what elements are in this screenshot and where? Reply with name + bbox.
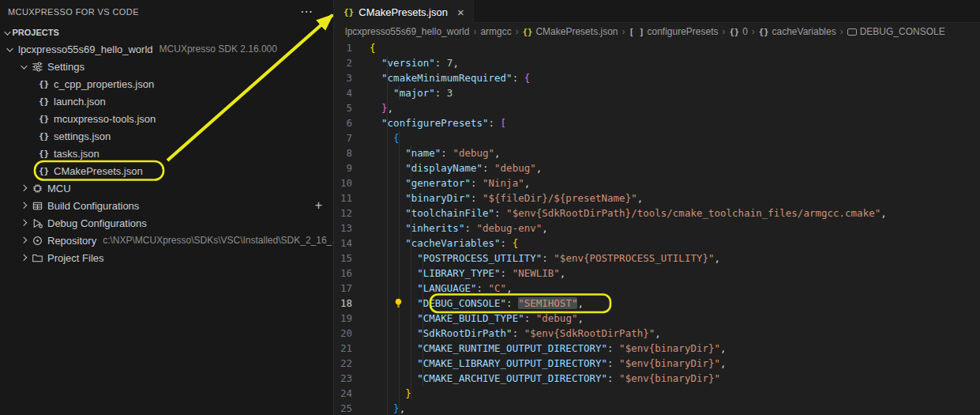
code-line-9[interactable]: 9 "displayName": "debug", xyxy=(335,160,980,175)
code-line-5[interactable]: 5 }, xyxy=(335,100,980,115)
code-line-24[interactable]: 24 } xyxy=(335,386,980,401)
tree-item-lpcxpresso55s69-hello-world[interactable]: lpcxpresso55s69_hello_worldMCUXpresso SD… xyxy=(0,40,333,58)
line-number: 24 xyxy=(335,386,370,401)
breadcrumb-cmakepresets-json[interactable]: {}CMakePresets.json xyxy=(523,26,618,37)
code-line-6[interactable]: 6 "configurePresets": [ xyxy=(335,115,980,130)
code-token: "C" xyxy=(489,282,507,294)
code-line-12[interactable]: 12 "toolchainFile": "$env{SdkRootDirPath… xyxy=(335,206,980,221)
indent-guide xyxy=(387,326,388,341)
tree-item-label: MCU xyxy=(47,183,71,194)
code-token: : xyxy=(607,372,619,384)
tab-label: CMakePresets.json xyxy=(359,6,448,18)
indent-guide xyxy=(411,145,411,160)
symbol-string xyxy=(847,28,857,36)
indent-guide xyxy=(422,326,423,341)
indent-guide xyxy=(399,130,400,145)
indent-guide xyxy=(387,266,388,281)
code-token: : xyxy=(501,237,513,249)
code-line-7[interactable]: 7 { xyxy=(335,130,980,145)
indent-guide xyxy=(399,311,400,326)
code-line-23[interactable]: 23 "CMAKE_ARCHIVE_OUTPUT_DIRECTORY": "$e… xyxy=(335,371,980,386)
breadcrumb-armgcc[interactable]: armgcc xyxy=(480,26,511,37)
code-token: "$env{binaryDir}" xyxy=(619,372,720,384)
indent-guide xyxy=(387,296,388,311)
code-line-18[interactable]: 18 "DEBUG_CONSOLE": "SEMIHOST", xyxy=(335,296,980,311)
code-line-10[interactable]: 10 "generator": "Ninja", xyxy=(335,175,980,191)
code-token: "$env{binaryDir}" xyxy=(619,357,720,369)
code-token: : xyxy=(494,207,506,219)
tab-cmakepresets-json[interactable]: {} CMakePresets.json × xyxy=(335,0,474,24)
line-number: 19 xyxy=(335,311,370,326)
tree-item-repository[interactable]: Repositoryc:\NXP\MCUXpresso\SDKs\VSC\Ins… xyxy=(0,232,333,249)
code-line-19[interactable]: 19 "CMAKE_BUILD_TYPE": "debug", xyxy=(335,311,980,326)
breadcrumb-cachevariables[interactable]: {}cacheVariables xyxy=(759,26,836,37)
code-token: { xyxy=(524,72,531,84)
indent-guide xyxy=(411,206,411,221)
code-token: , xyxy=(536,162,543,174)
tree-item-label: CMakePresets.json xyxy=(54,165,143,177)
code-token: "${fileDir}/${presetName}" xyxy=(482,192,637,204)
code-token: { xyxy=(513,237,519,249)
breadcrumb-label: configurePresets xyxy=(647,26,718,37)
tree-item-settings[interactable]: Settings xyxy=(0,58,333,75)
tree-item-c-cpp-properties-json[interactable]: {}c_cpp_properties.json xyxy=(0,75,333,92)
indent-guide xyxy=(411,191,411,206)
breadcrumb-separator: › xyxy=(840,26,843,37)
tree-item-settings-json[interactable]: {}settings.json xyxy=(0,127,333,145)
lightbulb-icon[interactable] xyxy=(393,298,404,308)
breadcrumb-label: armgcc xyxy=(480,26,511,37)
code-token: , xyxy=(524,177,531,189)
indent-guide xyxy=(387,401,388,415)
indent-guide xyxy=(422,296,423,311)
code-line-4[interactable]: 4 "major": 3 xyxy=(335,85,980,100)
breadcrumb-configurepresets[interactable]: [ ]configurePresets xyxy=(629,26,718,37)
indent-guide xyxy=(399,221,400,236)
code-line-20[interactable]: 20 "SdkRootDirPath": "$env{SdkRootDirPat… xyxy=(335,326,980,341)
breadcrumb-0[interactable]: {}0 xyxy=(730,26,748,37)
code-line-8[interactable]: 8 "name": "debug", xyxy=(335,145,980,160)
code-line-21[interactable]: 21 "CMAKE_RUNTIME_OUTPUT_DIRECTORY": "$e… xyxy=(335,341,980,356)
tree-item-mcuxpresso-tools-json[interactable]: {}mcuxpresso-tools.json xyxy=(0,110,333,127)
tree-item-launch-json[interactable]: {}launch.json xyxy=(0,92,333,110)
code-line-14[interactable]: 14 "cacheVariables": { xyxy=(335,236,980,251)
tree-item-tasks-json[interactable]: {}tasks.json xyxy=(0,145,333,162)
code-line-2[interactable]: 2 "version": 7, xyxy=(335,55,980,70)
tree-item-debug-configurations[interactable]: Debug Configurations xyxy=(0,214,333,232)
indent-guide xyxy=(387,160,388,175)
code-line-16[interactable]: 16 "LIBRARY_TYPE": "NEWLIB", xyxy=(335,266,980,281)
tree-item-cmakepresets-json[interactable]: {}CMakePresets.json xyxy=(0,162,333,179)
indent-guide xyxy=(399,266,400,281)
line-number: 15 xyxy=(335,251,370,266)
line-number: 1 xyxy=(335,40,370,55)
code-token xyxy=(370,117,381,129)
code-line-15[interactable]: 15 "POSTPROCESS_UTILITY": "$env{POSTPROC… xyxy=(335,251,980,266)
code-token: , xyxy=(388,102,394,114)
add-build-configuration-button[interactable]: + xyxy=(315,198,322,213)
code-token: 3 xyxy=(447,87,453,99)
chevron-right-icon xyxy=(17,255,30,260)
code-token: "configurePresets" xyxy=(381,117,488,129)
projects-section-header[interactable]: PROJECTS xyxy=(0,24,333,40)
code-line-13[interactable]: 13 "inherits": "debug-env", xyxy=(335,221,980,236)
code-token: "POSTPROCESS_UTILITY" xyxy=(417,252,542,264)
breadcrumb-lpcxpresso55s69-hello-world[interactable]: lpcxpresso55s69_hello_world xyxy=(345,26,469,37)
code-line-25[interactable]: 25 }, xyxy=(335,401,980,415)
code-line-17[interactable]: 17 "LANGUAGE": "C", xyxy=(335,281,980,296)
more-actions-icon[interactable]: ⋯ xyxy=(300,6,313,18)
json-file-icon: {} xyxy=(36,130,51,142)
tree-item-project-files[interactable]: Project Files xyxy=(0,249,333,266)
code-token: : xyxy=(464,222,476,234)
breadcrumb-debug-console[interactable]: DEBUG_CONSOLE xyxy=(847,26,945,37)
tree-item-mcu[interactable]: MCU xyxy=(0,179,333,197)
close-icon[interactable]: × xyxy=(457,6,464,19)
chevron-down-icon xyxy=(5,28,11,35)
indent-guide xyxy=(399,191,400,206)
code-line-22[interactable]: 22 "CMAKE_LIBRARY_OUTPUT_DIRECTORY": "$e… xyxy=(335,356,980,371)
tree-item-build-configurations[interactable]: Build Configurations+ xyxy=(0,197,333,214)
code-line-11[interactable]: 11 "binaryDir": "${fileDir}/${presetName… xyxy=(335,191,980,206)
code-line-1[interactable]: 1{ xyxy=(335,40,980,55)
code-line-3[interactable]: 3 "cmakeMinimumRequired": { xyxy=(335,70,980,85)
code-area: 1{2 "version": 7,3 "cmakeMinimumRequired… xyxy=(335,40,980,415)
indent-guide xyxy=(411,386,411,401)
indent-guide xyxy=(399,356,400,371)
